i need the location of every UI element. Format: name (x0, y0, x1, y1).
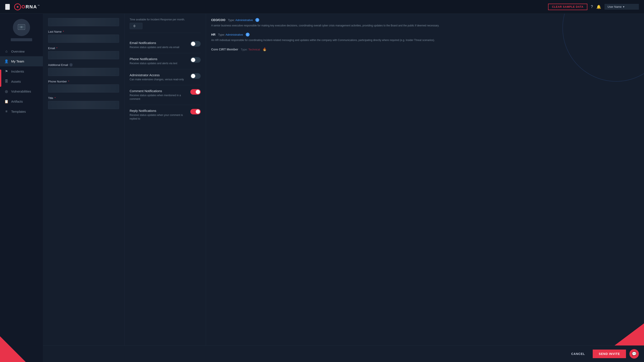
lastname-label: Last Name * (48, 30, 119, 33)
role-cirt-header: Core CIRT Member Type: Technical 🔥 (211, 47, 639, 52)
additional-email-label: Additional Email i (48, 63, 119, 67)
nav-left: ☰ ORNA™ (5, 4, 40, 10)
sidebar-item-incidents[interactable]: ⚑ Incidents (0, 66, 43, 77)
notif-comment: Comment Notifications Receive status upd… (130, 85, 201, 105)
clear-sample-data-button[interactable]: CLEAR SAMPLE DATA (548, 4, 587, 10)
firstname-input-blurred[interactable] (48, 18, 119, 26)
sidebar-nav: ⌂ Overview 👤 My Team ⚑ Incidents 🗄 Asset… (0, 46, 43, 116)
notif-reply: Reply Notifications Receive status updat… (130, 105, 201, 125)
email-notifications-toggle[interactable] (190, 41, 201, 47)
notif-email: Email Notifications Receive status updat… (130, 37, 201, 53)
role-cirt-type-value[interactable]: Technical (248, 48, 260, 51)
phone-label: Phone Number * (48, 80, 119, 83)
lastname-input[interactable] (48, 35, 119, 43)
notif-phone-title: Phone Notifications (130, 57, 187, 61)
form-group-additional-email: Additional Email i (48, 63, 119, 76)
form-group-title: Title * (48, 96, 119, 109)
user-name-label: User Name (608, 5, 622, 8)
comment-notifications-toggle[interactable] (190, 89, 201, 95)
admin-access-toggle[interactable] (190, 73, 201, 79)
sidebar: ⌂ Overview 👤 My Team ⚑ Incidents 🗄 Asset… (0, 14, 43, 362)
notif-phone: Phone Notifications Receive status updat… (130, 53, 201, 69)
email-input[interactable] (48, 51, 119, 59)
notif-email-desc: Receive status updates and alerts via em… (130, 46, 187, 49)
lastname-required: * (63, 30, 64, 33)
bottom-actions-bar: CANCEL SEND INVITE 💬 (43, 345, 644, 362)
chevron-down-icon: ▾ (623, 5, 624, 8)
role-hr-header: HR Type: Administrative i (211, 33, 639, 37)
role-hr-type: Type: Administrative (218, 33, 243, 36)
phone-required: * (68, 80, 69, 83)
title-label-text: Title (48, 96, 53, 100)
sidebar-item-assets[interactable]: 🗄 Assets (0, 77, 43, 86)
artifacts-icon: 📋 (4, 99, 8, 104)
sidebar-item-label-artifacts: Artifacts (11, 100, 23, 103)
home-icon: ⌂ (4, 49, 8, 53)
role-ceo-type-value[interactable]: Administrative (236, 19, 253, 22)
reply-notifications-toggle[interactable] (190, 109, 201, 114)
main-content: Last Name * Email * Additional Email i (43, 14, 644, 362)
notif-admin-desc: Can make extensive changes, versus read-… (130, 78, 187, 81)
sidebar-item-label-my-team: My Team (11, 60, 24, 63)
additional-email-info-icon[interactable]: i (69, 63, 73, 67)
svg-point-2 (20, 26, 22, 28)
user-menu-button[interactable]: User Name ▾ (604, 4, 639, 10)
sidebar-item-label-overview: Overview (11, 50, 25, 53)
vulnerabilities-icon: ◎ (4, 89, 8, 93)
phone-input[interactable] (48, 84, 119, 93)
role-ceo-type: Type: Administrative (228, 19, 253, 22)
incident-response-label: Time available for Incident Response per… (130, 18, 201, 21)
comment-toggle-slider (190, 89, 201, 95)
title-required: * (54, 96, 56, 100)
additional-email-input[interactable] (48, 68, 119, 76)
avatar-name-placeholder (11, 38, 32, 41)
send-invite-button[interactable]: SEND INVITE (593, 349, 626, 358)
chat-button[interactable]: 💬 (630, 349, 639, 358)
title-input[interactable] (48, 101, 119, 109)
sidebar-item-vulnerabilities[interactable]: ◎ Vulnerabilities (0, 86, 43, 96)
logo-text: ORNA™ (22, 4, 40, 10)
title-label: Title * (48, 96, 119, 100)
top-nav: ☰ ORNA™ CLEAR SAMPLE DATA ? 🔔 User Name … (0, 0, 644, 14)
notif-admin: Administrator Access Can make extensive … (130, 69, 201, 86)
notif-admin-title: Administrator Access (130, 73, 187, 77)
reply-toggle-knob (196, 110, 200, 114)
notif-email-title: Email Notifications (130, 41, 187, 45)
phone-toggle-slider (190, 57, 201, 63)
phone-notifications-toggle[interactable] (190, 57, 201, 63)
hamburger-button[interactable]: ☰ (5, 4, 10, 10)
sidebar-item-templates[interactable]: ≡ Templates (0, 107, 43, 116)
notif-comment-text: Comment Notifications Receive status upd… (130, 89, 190, 101)
notif-reply-text: Reply Notifications Receive status updat… (130, 109, 190, 121)
sidebar-item-label-incidents: Incidents (11, 70, 24, 73)
logo: ORNA™ (14, 4, 40, 10)
team-icon: 👤 (4, 59, 8, 63)
main-layout: ⌂ Overview 👤 My Team ⚑ Incidents 🗄 Asset… (0, 14, 644, 362)
admin-toggle-slider (190, 73, 201, 79)
email-label-text: Email (48, 47, 55, 50)
notif-phone-text: Phone Notifications Receive status updat… (130, 57, 190, 65)
role-entry-hr: HR Type: Administrative i An HR individu… (211, 33, 639, 42)
role-hr-type-value[interactable]: Administrative (226, 33, 243, 36)
help-button[interactable]: ? (591, 5, 593, 9)
assets-icon: 🗄 (4, 80, 8, 83)
sidebar-item-my-team[interactable]: 👤 My Team (0, 56, 43, 66)
notifications-bell-button[interactable]: 🔔 (596, 5, 601, 9)
logo-icon (14, 4, 21, 10)
sidebar-item-artifacts[interactable]: 📋 Artifacts (0, 96, 43, 107)
role-hr-desc: An HR individual responsible for coordin… (211, 38, 639, 42)
notif-reply-desc: Receive status updates when your comment… (130, 113, 187, 121)
reply-toggle-slider (190, 109, 201, 114)
phone-toggle-knob (191, 58, 195, 62)
user-avatar-section (11, 19, 32, 41)
role-ceo-info-button[interactable]: i (255, 18, 259, 22)
role-hr-info-button[interactable]: i (246, 33, 250, 37)
incidents-icon: ⚑ (4, 69, 8, 74)
sidebar-item-overview[interactable]: ⌂ Overview (0, 46, 43, 56)
role-ceo-desc: A senior business executive responsible … (211, 24, 639, 28)
incident-response-input[interactable] (130, 23, 142, 29)
cancel-button[interactable]: CANCEL (567, 350, 589, 358)
invite-form-panel: Last Name * Email * Additional Email i (43, 14, 124, 362)
role-ceo-name: CEO/COO (211, 18, 225, 22)
sidebar-item-label-templates: Templates (11, 110, 26, 113)
